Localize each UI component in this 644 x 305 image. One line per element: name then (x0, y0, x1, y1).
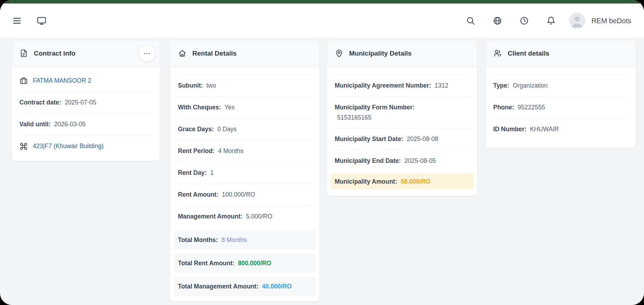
bell-icon[interactable] (546, 15, 556, 26)
briefcase-icon (19, 76, 28, 85)
municipality-amount-value: 58.000/RO (401, 178, 431, 185)
rental-details-card: Rental Details Subunit: two With Cheques… (170, 40, 320, 301)
rent-amount-row: Rent Amount: 100.000/RO (178, 184, 312, 205)
total-months-row: Total Months: 8 Months (174, 230, 316, 250)
municipality-amount-label: Municipality Amount: (335, 178, 397, 185)
municipality-card-header: Municipality Details (327, 40, 477, 67)
rent-day-value: 1 (210, 169, 214, 177)
client-type-value: Organization (513, 82, 547, 89)
client-card-body: Type: Organization Phone: 95222555 ID Nu… (485, 67, 636, 140)
client-phone-value: 95222555 (518, 104, 545, 111)
map-pin-icon (335, 49, 343, 58)
client-phone-label: Phone: (493, 104, 514, 111)
monitor-icon[interactable] (36, 15, 47, 26)
contract-date-label: Contract date: (19, 99, 61, 106)
search-icon[interactable] (465, 15, 476, 26)
total-rent-amount-label: Total Rent Amount: (178, 260, 234, 267)
valid-until-row: Valid until: 2026-03-05 (19, 113, 152, 135)
content-area: Contract info FATMA MANSOOR 2 Contract d… (0, 38, 644, 305)
total-management-amount-value: 40.000/RO (262, 283, 292, 290)
grace-days-label: Grace Days: (178, 126, 214, 133)
subunit-row: Subunit: two (178, 75, 312, 96)
client-name-link[interactable]: FATMA MANSOOR 2 (33, 77, 91, 84)
management-amount-value: 5.000/RO (246, 213, 272, 220)
contract-info-card: Contract info FATMA MANSOOR 2 Contract d… (12, 40, 160, 161)
with-cheques-label: With Cheques: (178, 104, 221, 111)
globe-icon[interactable] (492, 15, 503, 26)
grace-days-row: Grace Days: 0 Days (178, 118, 312, 140)
rent-day-row: Rent Day: 1 (178, 162, 312, 184)
client-link-row: FATMA MANSOOR 2 (19, 70, 152, 91)
user-name[interactable]: REM beDots (592, 17, 631, 25)
grace-days-value: 0 Days (217, 126, 236, 133)
users-icon (493, 49, 502, 58)
rent-period-row: Rent Period: 4 Months (178, 140, 312, 162)
municipality-card-body: Municipality Agreement Number: 1312 Muni… (327, 67, 477, 190)
contract-date-value: 2025-07-05 (65, 99, 97, 106)
municipality-form-number-value: 5153165165 (335, 114, 371, 121)
management-amount-row: Management Amount: 5.000/RO (178, 205, 312, 227)
client-id-number-value: KHUWAIR (530, 126, 559, 133)
with-cheques-row: With Cheques: Yes (178, 96, 312, 118)
file-text-icon (19, 49, 28, 58)
client-type-row: Type: Organization (493, 75, 628, 96)
rental-card-header: Rental Details (170, 40, 320, 67)
top-accent-bar (0, 0, 644, 4)
command-icon (19, 142, 28, 151)
client-id-number-row: ID Number: KHUWAIR (493, 118, 628, 140)
rental-card-body: Subunit: two With Cheques: Yes Grace Day… (170, 67, 320, 296)
card-title: Municipality Details (349, 50, 411, 57)
management-amount-label: Management Amount: (178, 213, 242, 220)
more-options-button[interactable] (139, 45, 155, 62)
top-bar-right: REM beDots (449, 13, 631, 29)
total-months-label: Total Months: (178, 236, 218, 244)
total-management-amount-row: Total Management Amount: 40.000/RO (174, 277, 316, 296)
subunit-label: Subunit: (178, 82, 203, 89)
clock-icon[interactable] (519, 15, 530, 26)
app-window: REM beDots Contract info FATMA MANSO (0, 0, 644, 305)
rent-amount-label: Rent Amount: (178, 191, 218, 198)
valid-until-value: 2026-03-05 (54, 121, 86, 128)
menu-icon[interactable] (12, 15, 22, 26)
card-title: Client details (508, 50, 549, 57)
home-icon (178, 49, 187, 58)
rent-period-label: Rent Period: (178, 147, 215, 155)
municipality-end-date-value: 2025-08-05 (404, 157, 436, 165)
client-card-header: Client details (485, 40, 636, 67)
rent-day-label: Rent Day: (178, 169, 207, 177)
total-management-amount-label: Total Management Amount: (178, 283, 258, 290)
rent-period-value: 4 Months (218, 147, 243, 155)
valid-until-label: Valid until: (19, 121, 50, 128)
municipality-amount-row: Municipality Amount: 58.000/RO (330, 173, 474, 190)
contract-date-row: Contract date: 2025-07-05 (19, 91, 152, 113)
municipality-end-date-row: Municipality End Date: 2025-08-05 (335, 150, 470, 172)
client-type-label: Type: (493, 82, 509, 89)
with-cheques-value: Yes (224, 104, 235, 111)
top-bar: REM beDots (0, 4, 644, 38)
card-title: Rental Details (192, 50, 237, 57)
total-rent-amount-value: 800.000/RO (238, 260, 271, 267)
contract-card-header: Contract info (12, 40, 160, 67)
municipality-agreement-number-row: Municipality Agreement Number: 1312 (335, 75, 470, 96)
unit-link-row: 423|F7 (Khuwair Building) (19, 135, 152, 157)
top-bar-left (12, 15, 47, 26)
municipality-agreement-number-value: 1312 (435, 82, 448, 89)
municipality-details-card: Municipality Details Municipality Agreem… (327, 40, 477, 196)
municipality-start-date-label: Municipality Start Date: (335, 135, 403, 143)
rent-amount-value: 100.000/RO (222, 191, 255, 198)
client-id-number-label: ID Number: (493, 126, 526, 133)
total-rent-amount-row: Total Rent Amount: 800.000/RO (174, 253, 316, 273)
unit-link[interactable]: 423|F7 (Khuwair Building) (33, 142, 104, 150)
card-title: Contract info (34, 50, 75, 57)
avatar[interactable] (569, 13, 585, 29)
ellipsis-icon (143, 50, 151, 57)
total-months-value: 8 Months (221, 236, 247, 244)
contract-card-body: FATMA MANSOOR 2 Contract date: 2025-07-0… (12, 67, 160, 157)
municipality-form-number-label: Municipality Form Number: (335, 104, 415, 111)
client-details-card: Client details Type: Organization Phone:… (485, 40, 636, 148)
client-phone-row: Phone: 95222555 (493, 96, 628, 118)
municipality-start-date-row: Municipality Start Date: 2025-08-08 (335, 128, 470, 150)
municipality-form-number-row: Municipality Form Number: 5153165165 (335, 96, 470, 128)
municipality-start-date-value: 2025-08-08 (407, 135, 438, 143)
municipality-agreement-number-label: Municipality Agreement Number: (335, 82, 431, 89)
